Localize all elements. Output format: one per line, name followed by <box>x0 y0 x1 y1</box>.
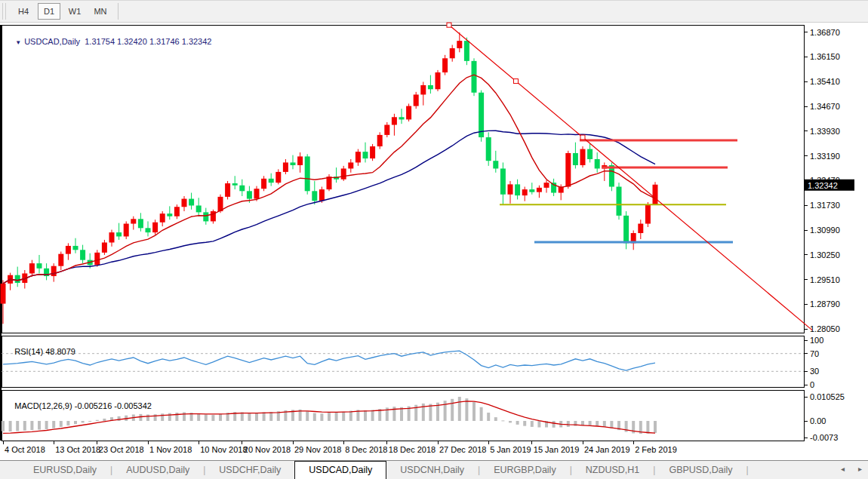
tab-nzdusd-h1[interactable]: NZDUSD,H1 <box>572 462 654 479</box>
chart-title-ohlc: 1.31754 1.32420 1.31746 1.32342 <box>85 37 211 46</box>
svg-text:1.29510: 1.29510 <box>810 275 840 284</box>
svg-text:27 Dec 2018: 27 Dec 2018 <box>439 445 486 454</box>
tab-usdcad-daily[interactable]: USDCAD,Daily <box>294 461 386 479</box>
macd-name: MACD(12,26,9) <box>14 401 72 410</box>
rsi-value: 48.8079 <box>45 347 75 356</box>
svg-text:0.00: 0.00 <box>810 416 826 425</box>
svg-text:2 Feb 2019: 2 Feb 2019 <box>635 445 677 454</box>
tab-scroll-right-icon[interactable]: ▸ <box>858 465 862 473</box>
svg-text:1.35410: 1.35410 <box>810 77 840 86</box>
chart-dropdown-caret[interactable]: ▼ <box>15 39 21 46</box>
svg-text:10 Nov 2018: 10 Nov 2018 <box>200 445 247 454</box>
chart-title-symbol: USDCAD,Daily <box>24 37 80 46</box>
rsi-name: RSI(14) <box>14 347 43 356</box>
svg-text:5 Jan 2019: 5 Jan 2019 <box>490 445 531 454</box>
svg-text:1.30990: 1.30990 <box>810 226 840 235</box>
window-left-edge <box>0 25 2 441</box>
tab-divider: | <box>746 462 748 478</box>
svg-text:100: 100 <box>810 336 823 345</box>
svg-text:30: 30 <box>810 367 819 376</box>
svg-text:1.28790: 1.28790 <box>810 299 840 309</box>
tab-eurgbp-daily[interactable]: EURGBP,Daily <box>480 462 569 479</box>
macd-indicator-label: MACD(12,26,9) -0.005216 -0.005342 <box>5 392 152 419</box>
trendline-handle[interactable] <box>513 79 518 84</box>
terminal-window: H4D1W1MN 1.368701.361501.354101.346701.3… <box>0 0 868 479</box>
svg-text:4 Oct 2018: 4 Oct 2018 <box>5 445 45 454</box>
current-price-badge: 1.32342 <box>805 180 854 191</box>
chart-tab-bar: EURUSD,Daily|AUDUSD,Daily|USDCHF,DailyUS… <box>0 460 868 479</box>
svg-text:29 Nov 2018: 29 Nov 2018 <box>294 445 341 454</box>
svg-text:1 Nov 2018: 1 Nov 2018 <box>149 445 192 454</box>
tab-scroll-buttons: ◂ ▸ <box>841 465 862 473</box>
trendline-handle[interactable] <box>580 135 585 140</box>
chart-title: ▼USDCAD,Daily 1.31754 1.32420 1.31746 1.… <box>6 28 211 55</box>
tab-scroll-left-icon[interactable]: ◂ <box>841 465 845 473</box>
macd-value: -0.005216 -0.005342 <box>75 401 152 410</box>
svg-text:1.31730: 1.31730 <box>810 201 840 210</box>
tab-audusd-daily[interactable]: AUDUSD,Daily <box>112 462 203 479</box>
tab-usdcnh-daily[interactable]: USDCNH,Daily <box>386 462 478 479</box>
tab-usdchf-daily[interactable]: USDCHF,Daily <box>205 462 294 479</box>
svg-text:1.36870: 1.36870 <box>810 28 840 37</box>
svg-text:1.36150: 1.36150 <box>810 52 840 61</box>
tab-gbpusd-daily[interactable]: GBPUSD,Daily <box>655 462 746 479</box>
svg-text:1.33930: 1.33930 <box>810 127 840 136</box>
svg-text:8 Dec 2018: 8 Dec 2018 <box>345 445 387 454</box>
rsi-panel <box>2 336 804 387</box>
svg-text:1.33190: 1.33190 <box>810 152 840 161</box>
svg-text:0: 0 <box>810 380 814 389</box>
svg-text:1.34670: 1.34670 <box>810 102 840 111</box>
trendline-handle[interactable] <box>447 23 451 27</box>
tab-eurusd-daily[interactable]: EURUSD,Daily <box>20 462 110 479</box>
svg-text:1.30250: 1.30250 <box>810 250 840 259</box>
svg-text:24 Jan 2019: 24 Jan 2019 <box>584 445 630 454</box>
svg-text:-0.0073: -0.0073 <box>810 433 838 442</box>
svg-text:13 Oct 2018: 13 Oct 2018 <box>55 445 100 454</box>
svg-text:20 Nov 2018: 20 Nov 2018 <box>244 445 291 454</box>
svg-text:18 Dec 2018: 18 Dec 2018 <box>389 445 436 454</box>
svg-text:0.010525: 0.010525 <box>810 392 845 401</box>
rsi-indicator-label: RSI(14) 48.8079 <box>5 338 75 365</box>
svg-text:15 Jan 2019: 15 Jan 2019 <box>534 445 580 454</box>
svg-text:23 Oct 2018: 23 Oct 2018 <box>99 445 144 454</box>
date-axis[interactable]: 4 Oct 201813 Oct 201823 Oct 20181 Nov 20… <box>3 441 677 454</box>
svg-text:1.32342: 1.32342 <box>808 181 838 190</box>
svg-text:1.28050: 1.28050 <box>810 324 840 333</box>
svg-text:70: 70 <box>810 349 819 358</box>
main-chart-panel <box>2 25 804 333</box>
